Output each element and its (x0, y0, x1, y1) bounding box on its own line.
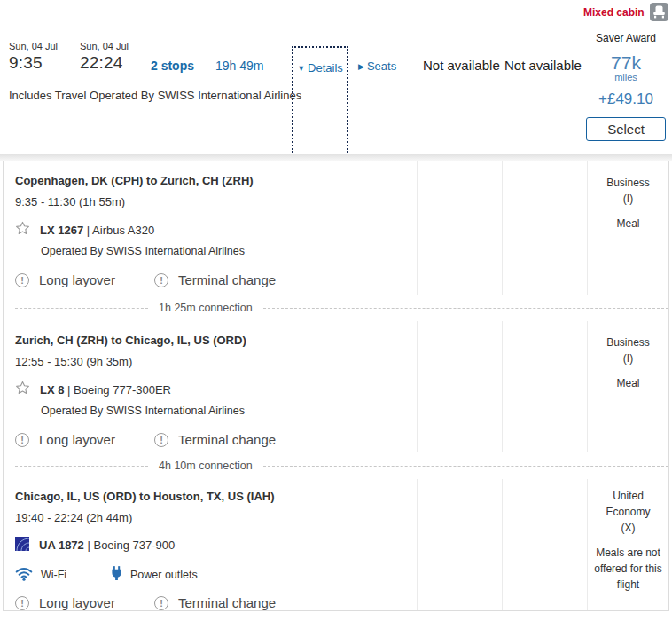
arrive-time: 22:24 (80, 53, 123, 73)
warning-terminal-change: !Terminal change (154, 272, 276, 287)
cash-price: +£49.10 (582, 90, 669, 108)
arrive-date: Sun, 04 Jul (80, 41, 129, 51)
warning-long-layover: !Long layover (15, 272, 154, 287)
duration-label: 19h 49m (215, 59, 263, 73)
segment-3-warnings: !Long layover !Terminal change (15, 595, 417, 610)
warning-icon: ! (154, 596, 168, 610)
wifi-amenity: Wi-Fi (15, 567, 111, 584)
segment-row-1: Copenhagen, DK (CPH) to Zurich, CH (ZRH)… (4, 161, 668, 295)
meal-info: Meal (591, 375, 665, 391)
mixed-cabin-label: Mixed cabin (583, 6, 645, 19)
segment-2-warnings: !Long layover !Terminal change (15, 432, 417, 447)
segment-3-times: 19:40 - 22:24 (2h 44m) (15, 511, 417, 524)
swiss-star-icon (15, 381, 30, 398)
cabin-name: United Economy (591, 488, 665, 520)
seats-button[interactable]: ▶Seats (358, 59, 396, 73)
segment-1-cabin-info: Business (I) Meal (587, 161, 668, 295)
connection-label: 4h 10m connection (159, 460, 253, 472)
depart-time: 9:35 (9, 53, 43, 73)
warning-icon: ! (15, 596, 29, 610)
warning-terminal-change: !Terminal change (154, 595, 276, 610)
segment-2-times: 12:55 - 15:30 (9h 35m) (15, 355, 417, 368)
flight-summary-row: Sun, 04 Jul 9:35 Sun, 04 Jul 22:24 2 sto… (0, 0, 672, 154)
flight-details-panel: Copenhagen, DK (CPH) to Zurich, CH (ZRH)… (3, 161, 669, 611)
segment-1-operated-by: Operated By SWISS International Airlines (41, 245, 417, 257)
bottom-dotted-divider (0, 617, 672, 617)
cabin-code: (I) (591, 350, 665, 366)
cabin-code: (X) (591, 520, 665, 536)
details-empty-column (417, 479, 502, 610)
fare-not-available-1: Not available (423, 58, 500, 73)
flight-number: LX 1267 (40, 224, 83, 237)
saver-award-column: Saver Award 77k miles +£49.10 Select (582, 32, 669, 141)
separator: | (87, 224, 90, 237)
segment-3-route: Chicago, IL, US (ORD) to Houston, TX, US… (15, 490, 417, 503)
details-empty-column (417, 321, 502, 452)
section-gap (0, 154, 672, 161)
meal-info: Meals are not offered for this flight (591, 545, 665, 593)
chevron-down-icon: ▼ (297, 64, 305, 73)
dashed-divider (263, 308, 668, 309)
warning-long-layover: !Long layover (15, 432, 154, 447)
connection-row-2: 4h 10m connection (4, 452, 668, 479)
swiss-star-icon (15, 221, 30, 239)
details-empty-column (502, 161, 587, 295)
flight-number: UA 1872 (39, 538, 84, 552)
segment-3-flight-row: UA 1872 | Boeing 737-900 (15, 537, 417, 554)
cabin-name: Business (591, 175, 665, 191)
details-empty-column (502, 321, 587, 452)
wifi-icon (15, 567, 33, 584)
award-name: Saver Award (582, 32, 669, 44)
dashed-divider (263, 466, 668, 467)
details-empty-column (502, 479, 587, 610)
separator: | (67, 383, 70, 397)
connection-row-1: 1h 25m connection (4, 295, 668, 321)
segment-3-main: Chicago, IL, US (ORD) to Houston, TX, US… (4, 479, 417, 610)
details-toggle-button[interactable]: ▼Details (297, 61, 343, 75)
segment-1-times: 9:35 - 11:30 (1h 55m) (15, 195, 417, 208)
operated-note: Includes Travel Operated By SWISS Intern… (9, 89, 301, 102)
dashed-divider (15, 466, 148, 467)
warning-terminal-change: !Terminal change (154, 432, 276, 447)
segment-2-flight-text: LX 8 | Boeing 777-300ER (40, 383, 171, 397)
segment-2-flight-row: LX 8 | Boeing 777-300ER (15, 381, 417, 398)
united-globe-icon (15, 537, 29, 554)
chevron-right-icon: ▶ (358, 62, 364, 71)
warning-icon: ! (15, 433, 29, 447)
segment-1-route: Copenhagen, DK (CPH) to Zurich, CH (ZRH) (15, 174, 417, 187)
select-button[interactable]: Select (586, 117, 666, 141)
warning-icon: ! (15, 273, 29, 287)
seat-icon[interactable] (650, 3, 668, 25)
segment-3-amenities: Wi-Fi Power outlets (15, 566, 417, 584)
meal-info: Meal (591, 216, 665, 232)
warning-icon: ! (154, 433, 168, 447)
cabin-code: (I) (591, 191, 665, 207)
aircraft-type: Airbus A320 (92, 224, 154, 237)
segment-2-route: Zurich, CH (ZRH) to Chicago, IL, US (ORD… (15, 334, 417, 347)
segment-3-cabin-info: United Economy (X) Meals are not offered… (587, 479, 668, 610)
aircraft-type: Boeing 737-900 (93, 538, 175, 552)
warning-long-layover: !Long layover (15, 595, 154, 610)
miles-value: 77k (582, 53, 669, 72)
segment-2-main: Zurich, CH (ZRH) to Chicago, IL, US (ORD… (4, 321, 417, 452)
dashed-divider (15, 308, 148, 309)
cabin-name: Business (591, 334, 665, 350)
segment-1-main: Copenhagen, DK (CPH) to Zurich, CH (ZRH)… (4, 161, 417, 295)
details-empty-column (417, 161, 502, 295)
flight-number: LX 8 (40, 383, 64, 397)
warning-icon: ! (154, 273, 168, 287)
depart-date: Sun, 04 Jul (9, 41, 58, 51)
stops-link[interactable]: 2 stops (151, 59, 194, 73)
segment-2-cabin-info: Business (I) Meal (587, 321, 668, 452)
connection-label: 1h 25m connection (159, 302, 253, 314)
segment-1-warnings: !Long layover !Terminal change (15, 272, 417, 287)
segment-row-3: Chicago, IL, US (ORD) to Houston, TX, US… (4, 479, 668, 610)
fare-not-available-2: Not available (504, 58, 582, 73)
details-label: Details (308, 61, 343, 75)
segment-row-2: Zurich, CH (ZRH) to Chicago, IL, US (ORD… (4, 321, 668, 452)
miles-unit: miles (582, 72, 669, 83)
separator: | (87, 538, 90, 552)
aircraft-type: Boeing 777-300ER (74, 383, 171, 397)
seats-label: Seats (367, 59, 396, 73)
segment-1-flight-row: LX 1267 | Airbus A320 (15, 221, 417, 239)
